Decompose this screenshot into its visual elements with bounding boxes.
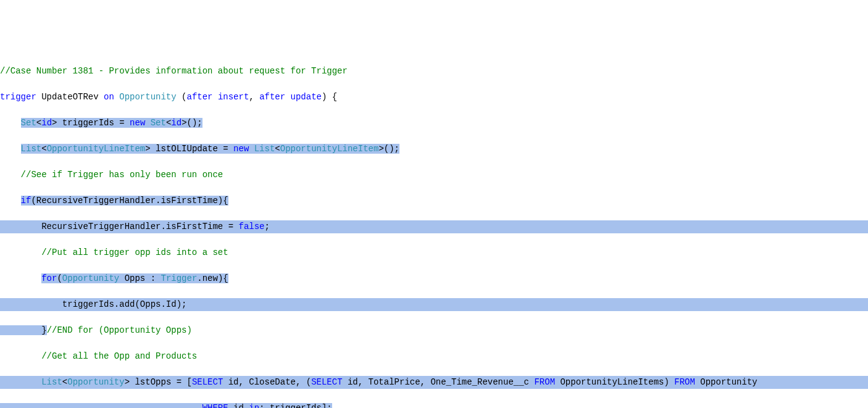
code-line: triggerIds.add(Opps.Id);	[0, 298, 868, 311]
code-line: if(RecursiveTriggerHandler.isFirstTime){	[0, 194, 868, 207]
code-line: //See if Trigger has only been run once	[0, 169, 868, 181]
code-line: List<Opportunity> lstOpps = [SELECT id, …	[0, 376, 868, 389]
code-line: trigger UpdateOTRev on Opportunity (afte…	[0, 91, 868, 104]
code-line: }//END for (Opportunity Opps)	[0, 324, 868, 337]
code-line: RecursiveTriggerHandler.isFirstTime = fa…	[0, 220, 868, 233]
code-line: //Put all trigger opp ids into a set	[0, 246, 868, 259]
code-editor[interactable]: //Case Number 1381 - Provides informatio…	[0, 52, 868, 408]
code-line: Set<id> triggerIds = new Set<id>();	[0, 117, 868, 130]
code-line: //Get all the Opp and Products	[0, 350, 868, 363]
code-line: for(Opportunity Opps : Trigger.new){	[0, 272, 868, 285]
code-line: WHERE id in: triggerIds];	[0, 402, 868, 408]
code-line: //Case Number 1381 - Provides informatio…	[0, 65, 868, 78]
code-line: List<OpportunityLineItem> lstOLIUpdate =…	[0, 143, 868, 156]
